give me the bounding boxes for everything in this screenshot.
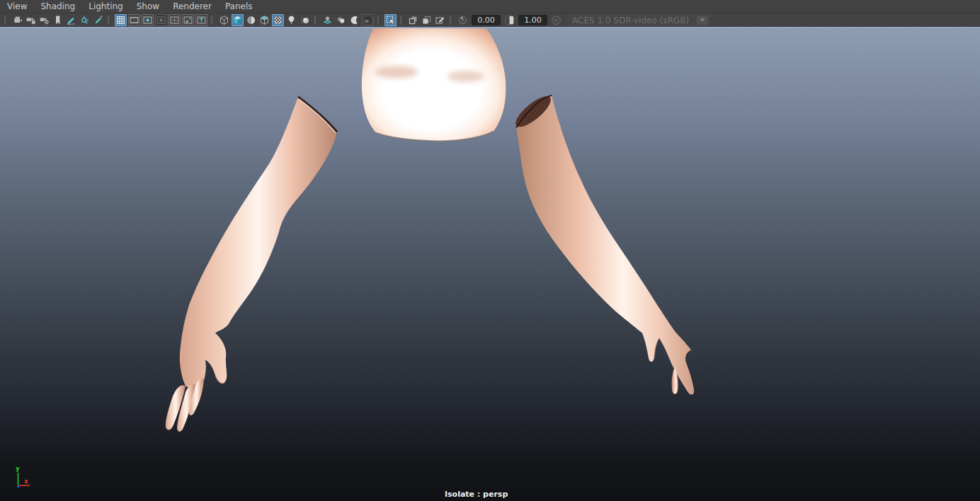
toolbar-separator[interactable] (450, 16, 453, 25)
menu-panels[interactable]: Panels (225, 0, 253, 13)
gate-mask-icon[interactable] (155, 14, 167, 26)
edit-isolate-set-icon[interactable] (434, 14, 446, 26)
right-arm-mesh[interactable] (511, 91, 694, 394)
flat-lighting-icon[interactable] (299, 14, 311, 26)
toolbar-separator[interactable] (211, 16, 215, 25)
use-default-material-icon[interactable] (272, 14, 284, 26)
menu-lighting[interactable]: Lighting (89, 0, 123, 13)
isolate-select-icon[interactable] (407, 14, 419, 26)
view-transform-dropdown: ACES 1.0 SDR-video (sRGB) (566, 14, 711, 26)
chevron-down-icon (697, 16, 708, 25)
axis-z-dot (17, 485, 19, 488)
xray-icon[interactable] (362, 14, 374, 26)
3d-scene (0, 28, 980, 501)
bookmark-icon[interactable] (52, 14, 64, 26)
select-camera-icon[interactable] (11, 14, 23, 26)
safe-action-icon[interactable] (182, 14, 194, 26)
toolbar-separator[interactable] (400, 16, 404, 25)
grid-toggle-icon[interactable] (115, 14, 127, 26)
lock-camera-icon[interactable] (25, 14, 37, 26)
field-chart-icon[interactable] (169, 14, 181, 26)
toolbar-separator[interactable] (314, 16, 318, 25)
anti-aliasing-icon[interactable] (348, 14, 360, 26)
view-transform-label: ACES 1.0 SDR-video (sRGB) (572, 16, 689, 25)
safe-title-icon[interactable] (195, 14, 207, 26)
resolution-gate-icon[interactable] (142, 14, 154, 26)
film-gate-icon[interactable] (128, 14, 140, 26)
camera-attributes-icon[interactable] (38, 14, 50, 26)
menu-show[interactable]: Show (137, 0, 159, 13)
axis-x-label: x (24, 477, 28, 485)
panel-toolbar: ViewShadingLightingShowRendererPanels 0.… (0, 0, 980, 27)
wireframe-on-shaded-icon[interactable] (245, 14, 257, 26)
ambient-occlusion-icon[interactable] (335, 14, 347, 26)
isolate-mode-label: Isolate : persp (445, 490, 508, 499)
shadows-icon[interactable] (321, 14, 334, 26)
toolbar-separator[interactable] (377, 16, 381, 25)
wireframe-mode-icon[interactable] (218, 14, 230, 26)
menu-shading[interactable]: Shading (40, 0, 75, 13)
zoom-pan-icon[interactable] (79, 14, 91, 26)
selection-highlighting-icon[interactable] (384, 14, 397, 26)
left-arm-mesh[interactable] (166, 97, 337, 432)
panel-iconbar: 0.001.00ACES 1.0 SDR-video (sRGB) (0, 13, 980, 27)
panel-menubar: ViewShadingLightingShowRendererPanels (0, 0, 980, 13)
axis-y-label: y (16, 464, 20, 472)
exposure-field[interactable]: 0.00 (472, 15, 501, 25)
isolate-selected-view-icon[interactable] (421, 14, 433, 26)
3d-viewport[interactable]: y x Isolate : persp (0, 27, 980, 501)
axis-gizmo: y x (13, 464, 34, 491)
toolbar-separator[interactable] (4, 16, 8, 25)
exposure-icon[interactable] (457, 14, 469, 26)
textured-mode-icon[interactable] (258, 14, 270, 26)
all-lights-icon[interactable] (285, 14, 297, 26)
menu-renderer[interactable]: Renderer (173, 0, 212, 13)
color-management-toggle (550, 14, 562, 26)
gamma-field[interactable]: 1.00 (518, 15, 547, 25)
paint-tool-icon[interactable] (92, 14, 104, 26)
grease-pencil-icon[interactable] (65, 14, 77, 26)
shaded-mode-icon[interactable] (232, 14, 244, 26)
torso-mesh[interactable] (362, 28, 506, 142)
toolbar-separator[interactable] (108, 16, 111, 25)
menu-view[interactable]: View (7, 0, 27, 13)
gamma-icon[interactable] (503, 14, 515, 26)
